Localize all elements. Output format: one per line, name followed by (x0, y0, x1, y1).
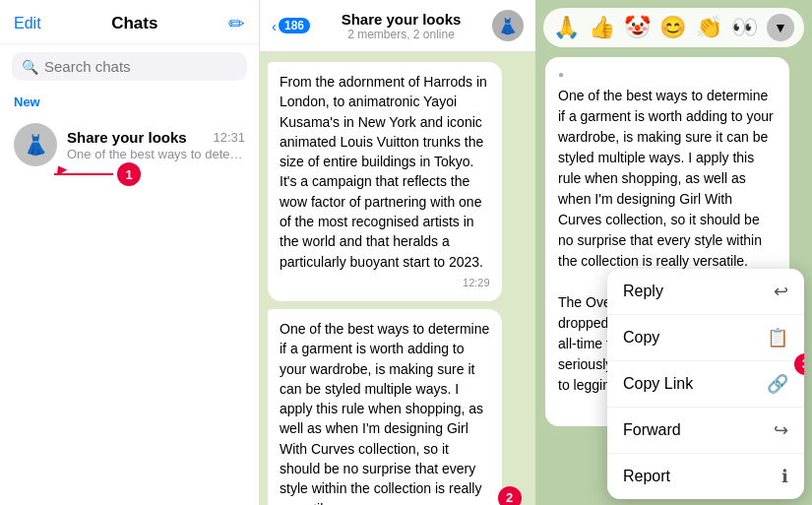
context-menu: Reply ↩ Copy 📋 Copy Link 🔗 3 Forward ↪ R… (607, 269, 804, 499)
search-icon: 🔍 (22, 59, 38, 75)
avatar: 👗 (14, 123, 57, 166)
emoji-pray[interactable]: 🙏 (553, 15, 580, 40)
emoji-smile[interactable]: 😊 (659, 15, 686, 40)
annotation-badge-3: 3 (794, 353, 804, 375)
emoji-clap[interactable]: 👏 (696, 15, 722, 40)
chat-header-title: Share your looks (318, 11, 484, 28)
back-button[interactable]: ‹ 186 (272, 18, 310, 34)
copy-link-label: Copy Link (623, 375, 693, 393)
left-panel: Edit Chats ✏ 🔍 New 👗 Share your looks 12… (0, 0, 260, 505)
chat-header-avatar[interactable]: 👗 (492, 10, 524, 41)
chat-name: Share your looks (67, 129, 187, 146)
emoji-eyes[interactable]: 👀 (731, 15, 758, 40)
forward-label: Forward (623, 421, 681, 439)
message-text-1: From the adornment of Harrods in London,… (280, 74, 487, 270)
chat-list: 👗 Share your looks 12:31 One of the best… (0, 113, 259, 505)
middle-header-info: Share your looks 2 members, 2 online (318, 11, 484, 41)
context-menu-copy[interactable]: Copy 📋 (607, 315, 804, 361)
report-label: Report (623, 468, 670, 485)
message-bubble-1: From the adornment of Harrods in London,… (268, 62, 502, 301)
middle-panel: ‹ 186 Share your looks 2 members, 2 onli… (260, 0, 535, 505)
emoji-clown[interactable]: 🤡 (624, 15, 651, 40)
annotation-badge-2: 2 (498, 486, 522, 505)
back-count: 186 (279, 18, 310, 33)
message-text-2: One of the best ways to determine if a g… (280, 321, 489, 505)
messages-area: From the adornment of Harrods in London,… (260, 52, 535, 505)
copy-icon: 📋 (767, 327, 788, 348)
emoji-thumbs-up[interactable]: 👍 (589, 15, 615, 40)
chat-time: 12:31 (213, 130, 245, 145)
middle-header: ‹ 186 Share your looks 2 members, 2 onli… (260, 0, 535, 52)
context-menu-forward[interactable]: Forward ↪ (607, 408, 804, 454)
chat-preview: One of the best ways to determine if a g… (67, 147, 245, 161)
context-menu-copy-link[interactable]: Copy Link 🔗 3 (607, 361, 804, 408)
chats-title: Chats (111, 14, 157, 33)
annotation-badge-1: 1 (117, 162, 141, 186)
search-bar[interactable]: 🔍 (12, 52, 247, 81)
message-bubble-2: One of the best ways to determine if a g… (268, 309, 502, 505)
right-panel: 🙏 👍 🤡 😊 👏 👀 ▼ ● One of the best ways to … (535, 0, 812, 505)
edit-button[interactable]: Edit (14, 15, 41, 32)
emoji-bar: 🙏 👍 🤡 😊 👏 👀 ▼ (543, 8, 804, 47)
chat-info: Share your looks 12:31 One of the best w… (67, 129, 245, 161)
copy-link-icon: 🔗 (767, 373, 788, 395)
compose-button[interactable]: ✏ (228, 12, 245, 35)
chat-item-share-your-looks[interactable]: 👗 Share your looks 12:31 One of the best… (0, 113, 259, 176)
reply-label: Reply (623, 283, 663, 300)
search-input[interactable] (44, 58, 237, 75)
forward-icon: ↪ (774, 419, 788, 441)
chevron-down-icon: ▼ (774, 20, 787, 35)
emoji-expand-button[interactable]: ▼ (767, 14, 794, 41)
section-new-label: New (0, 89, 259, 113)
reply-icon: ↩ (774, 281, 788, 302)
report-icon: ℹ (781, 466, 788, 487)
left-header: Edit Chats ✏ (0, 0, 259, 44)
copy-label: Copy (623, 329, 659, 347)
message-time-1: 12:29 (280, 276, 490, 291)
chat-header-subtitle: 2 members, 2 online (318, 28, 484, 41)
context-menu-report[interactable]: Report ℹ (607, 454, 804, 499)
context-menu-reply[interactable]: Reply ↩ (607, 269, 804, 315)
